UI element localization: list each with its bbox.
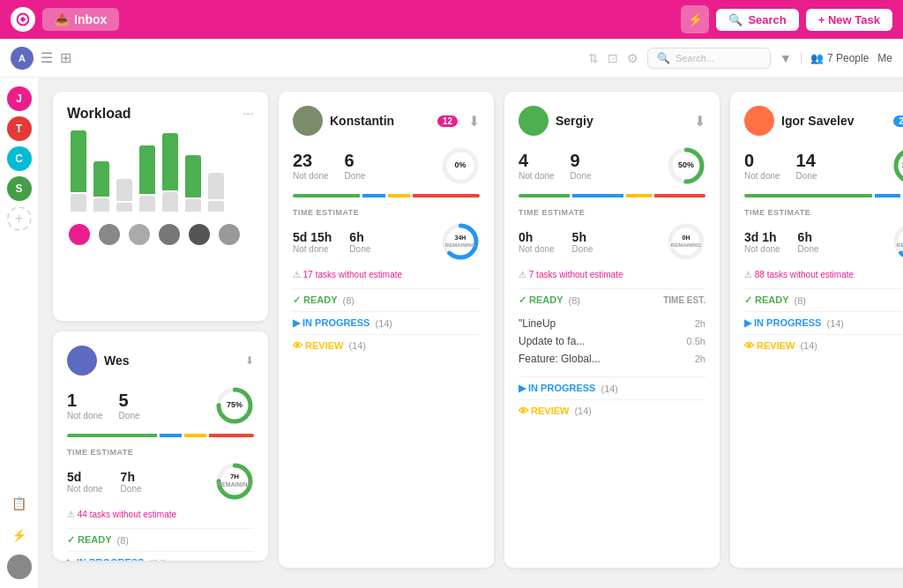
list-icon[interactable]: ☰: [41, 49, 53, 66]
settings-icon[interactable]: ⚙: [627, 51, 638, 65]
konstantin-inprogress[interactable]: ▶ IN PROGRESS (14): [293, 317, 480, 329]
bar-gray-3b: [116, 203, 132, 212]
cards-container: Workload ···: [53, 92, 903, 574]
main-content: Workload ···: [39, 78, 903, 588]
task-time-1: 2h: [695, 318, 705, 329]
konstantin-progress: [293, 194, 480, 197]
task-item-1: "LineUp 2h: [519, 315, 705, 332]
pb-green: [67, 434, 157, 437]
sergiy-ready[interactable]: ✓ READY (8) TIME EST.: [519, 294, 705, 306]
bar-gray-5: [162, 192, 178, 212]
sergiy-review[interactable]: 👁 REVIEW (14): [519, 406, 705, 416]
bar-4: [139, 145, 155, 212]
left-sidebar: J T C S + 📋 ⚡: [0, 78, 39, 588]
wes-card: Wes ⬇ 1 Not done 5 Done: [53, 331, 268, 561]
mini-avatar-5: [187, 222, 212, 247]
bar-gray-7b: [208, 201, 224, 212]
sergiy-chevron[interactable]: ⬇: [694, 113, 705, 130]
igor-review[interactable]: 👁 REVIEW (14): [744, 340, 903, 351]
bar-gray-6: [185, 199, 201, 212]
sidebar-avatar-c[interactable]: C: [7, 146, 32, 171]
igor-inprogress[interactable]: ▶ IN PROGRESS (14): [744, 317, 903, 329]
new-task-button[interactable]: + New Task: [806, 9, 892, 31]
workload-header: Workload ···: [67, 106, 254, 122]
wes-stats: 1 Not done 5 Done 75%: [67, 386, 254, 425]
konstantin-tasks: ⚠ 17 tasks without estimate: [293, 270, 480, 279]
bar-green-1: [71, 130, 86, 192]
workload-chart: [67, 132, 254, 212]
lightning-icon: ⚡: [688, 12, 703, 26]
sidebar-add-button[interactable]: +: [7, 206, 32, 231]
wes-tasks-link[interactable]: 44 tasks without estimate: [78, 510, 176, 519]
divider2: [67, 551, 254, 552]
inbox-button[interactable]: 📥 Inbox: [42, 8, 119, 31]
sidebar-avatar-j[interactable]: J: [7, 86, 32, 111]
people-button[interactable]: 👥 7 People: [810, 52, 869, 64]
columns-toggle-icon[interactable]: ⊡: [608, 51, 618, 65]
sergiy-tasks-link[interactable]: 7 tasks without estimate: [529, 270, 623, 279]
bar-green-5: [162, 133, 178, 190]
bar-green-6: [185, 155, 201, 197]
sidebar-avatar-t[interactable]: T: [7, 116, 32, 141]
konstantin-card: Konstantin 12 ⬇ 23 Not done 6 Done: [279, 92, 494, 568]
search-button[interactable]: 🔍 Search: [716, 9, 798, 31]
filter-icon[interactable]: ▼: [780, 51, 792, 65]
igor-ready[interactable]: ✓ READY (8): [744, 294, 903, 306]
workload-menu[interactable]: ···: [243, 106, 254, 122]
bar-1: [71, 130, 86, 212]
columns-icon[interactable]: ⊞: [60, 49, 71, 66]
view-icons[interactable]: ☰ ⊞: [41, 49, 71, 66]
wes-ready-toggle[interactable]: ✓ READY (8): [67, 534, 254, 546]
mini-avatar-6: [217, 222, 242, 247]
task-time-3: 2h: [695, 354, 705, 364]
konstantin-ready[interactable]: ✓ READY (8): [293, 294, 480, 306]
wes-chevron[interactable]: ⬇: [245, 354, 254, 367]
bar-2: [93, 161, 109, 212]
bolt-icon[interactable]: ⚡: [7, 523, 32, 547]
sort-icon[interactable]: ⇅: [588, 51, 599, 65]
sergiy-donut: 50%: [667, 146, 705, 185]
new-task-label: + New Task: [818, 13, 880, 26]
wes-donut: 75%: [215, 386, 254, 425]
bar-gray-3: [116, 179, 132, 201]
konstantin-chevron[interactable]: ⬇: [468, 113, 480, 130]
konstantin-avatar: [293, 106, 323, 136]
sergiy-progress: [519, 194, 705, 197]
wes-header: Wes ⬇: [67, 346, 254, 376]
igor-card: Igor Savelev 2 ⬇ 0 Not done 14 Done: [730, 92, 903, 568]
konstantin-review[interactable]: 👁 REVIEW (14): [293, 340, 480, 351]
konstantin-stats: 23 Not done 6 Done 0%: [293, 146, 480, 185]
sergiy-inprogress[interactable]: ▶ IN PROGRESS (14): [519, 383, 705, 394]
clipboard-icon[interactable]: 📋: [7, 491, 32, 516]
igor-tasks-link[interactable]: 88 tasks without estimate: [755, 270, 854, 279]
inbox-label: Inbox: [74, 12, 107, 26]
people-count: 7 People: [827, 52, 869, 64]
task-name-1: "LineUp: [519, 317, 556, 330]
sergiy-header: Sergiy ⬇: [519, 106, 705, 136]
igor-donut: 100%: [892, 146, 903, 185]
wes-inprogress-toggle[interactable]: ▶ IN PROGRESS (14): [67, 557, 254, 561]
task-item-2: Update to fa... 0.5h: [519, 332, 705, 350]
konstantin-done: 6 Done: [345, 151, 366, 181]
lightning-button[interactable]: ⚡: [681, 5, 709, 33]
konstantin-notdone: 23 Not done: [293, 151, 329, 181]
sidebar-user-avatar[interactable]: [7, 555, 32, 579]
me-button[interactable]: Me: [877, 52, 892, 64]
wes-time-label: TIME ESTIMATE: [67, 448, 254, 457]
wes-notdone: 1 Not done: [67, 391, 103, 421]
workload-title: Workload: [67, 106, 131, 122]
igor-badge: 2: [893, 115, 903, 127]
bar-5: [162, 133, 178, 212]
search-icon: 🔍: [728, 13, 743, 26]
secondbar: A ☰ ⊞ ⇅ ⊡ ⚙ 🔍 Search... ▼ 👥 7 People Me: [0, 39, 903, 78]
sidebar-avatar-s[interactable]: S: [7, 176, 32, 201]
inline-search[interactable]: 🔍 Search...: [647, 48, 771, 69]
left-column: Workload ···: [53, 92, 268, 574]
app-logo[interactable]: [11, 7, 35, 32]
bar-7: [208, 173, 224, 212]
search-placeholder: Search...: [675, 53, 714, 63]
user-avatar[interactable]: A: [11, 47, 34, 70]
konstantin-tasks-link[interactable]: 17 tasks without estimate: [303, 270, 402, 279]
bar-gray-2: [93, 198, 109, 212]
task-time-2: 0.5h: [687, 336, 705, 346]
